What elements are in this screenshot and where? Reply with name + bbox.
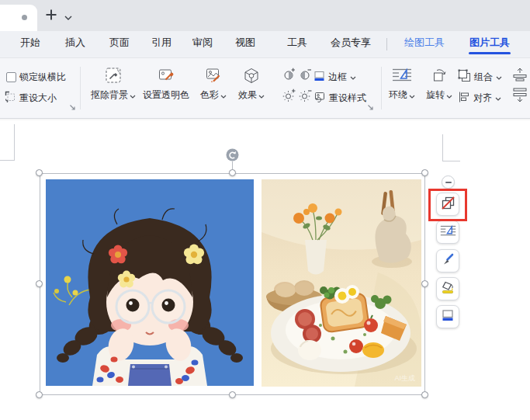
decrease-contrast-button[interactable]	[297, 68, 313, 83]
wrap-label: 环绕	[389, 89, 407, 102]
reset-style-label: 重设样式	[329, 92, 366, 105]
brightness-plus-icon	[282, 89, 296, 104]
chevron-down-icon	[130, 90, 136, 101]
contrast-plus-icon	[282, 68, 296, 83]
send-backward-button[interactable]	[510, 89, 530, 104]
wrap-text-icon	[392, 65, 412, 85]
arrow-up-layer-icon	[511, 68, 528, 84]
decrease-brightness-button[interactable]	[297, 89, 313, 104]
chevron-down-icon	[495, 92, 501, 103]
align-objects-icon	[458, 91, 470, 106]
reset-picture-icon	[313, 91, 326, 106]
group-objects-icon	[458, 69, 471, 85]
tab-review[interactable]: 审阅	[192, 31, 213, 54]
color-button[interactable]: 色彩	[194, 63, 233, 113]
resize-handle-bottom-left[interactable]	[36, 391, 43, 398]
resize-handle-middle-left[interactable]	[36, 280, 43, 287]
chevron-down-icon	[446, 90, 452, 101]
tab-list-button[interactable]	[63, 12, 74, 21]
bring-forward-button[interactable]	[510, 68, 530, 83]
resize-handle-top-middle[interactable]	[229, 169, 236, 176]
wrap-text-icon	[440, 224, 456, 241]
resize-handle-top-right[interactable]	[421, 169, 428, 176]
ribbon-tab-bar: 开始 插入 页面 引用 审阅 视图 工具 会员专享 绘图工具 图片工具	[0, 31, 530, 58]
align-button[interactable]: 对齐	[458, 89, 501, 107]
effects-label: 效果	[238, 89, 257, 102]
tab-tools[interactable]: 工具	[287, 31, 307, 54]
resize-handle-bottom-middle[interactable]	[229, 391, 236, 398]
unsaved-dot-icon	[22, 15, 27, 20]
tab-insert[interactable]: 插入	[65, 31, 85, 54]
tab-reference[interactable]: 引用	[151, 31, 171, 54]
chevron-down-icon	[496, 71, 502, 82]
selected-image-girl[interactable]	[46, 179, 254, 386]
plus-icon	[45, 9, 57, 24]
resize-handle-bottom-right[interactable]	[421, 391, 428, 398]
lock-aspect-ratio-label: 锁定纵横比	[19, 71, 66, 84]
border-style-button[interactable]	[436, 305, 459, 328]
tab-drawing-tools[interactable]: 绘图工具	[404, 31, 445, 54]
wrap-text-button[interactable]: 环绕	[383, 63, 421, 113]
ribbon-group-divider	[381, 67, 382, 109]
chevron-down-icon	[220, 90, 227, 101]
document-canvas[interactable]: AI生成	[0, 119, 530, 420]
color-label: 色彩	[200, 89, 219, 102]
rotation-handle[interactable]	[226, 148, 239, 161]
tab-divider	[386, 38, 387, 50]
tab-home[interactable]: 开始	[20, 31, 40, 54]
group-button[interactable]: 组合	[458, 68, 502, 86]
chevron-down-icon	[350, 71, 356, 82]
arrow-down-layer-icon	[511, 88, 528, 105]
paint-bucket-icon	[441, 280, 455, 297]
set-transparent-color-button[interactable]: 设置透明色	[140, 63, 192, 113]
magic-wand-icon	[105, 65, 122, 85]
reset-size-button[interactable]: 重设大小	[5, 89, 57, 107]
ai-watermark: AI生成	[394, 374, 415, 382]
active-tab-underline	[469, 52, 511, 54]
page-margin-mark-right	[442, 134, 460, 161]
set-transparent-color-label: 设置透明色	[143, 89, 189, 102]
dialog-launcher-icon[interactable]	[366, 103, 375, 112]
cube-3d-icon	[243, 65, 260, 85]
align-label: 对齐	[473, 92, 492, 105]
minus-icon	[445, 182, 452, 183]
picture-color-icon	[205, 65, 222, 85]
brightness-minus-icon	[299, 89, 312, 104]
square-blue-bottom-icon	[441, 308, 455, 325]
page-margin-mark-left	[0, 124, 15, 161]
rotate-icon	[431, 65, 448, 85]
group-label: 组合	[474, 71, 493, 84]
chevron-down-icon	[258, 90, 265, 101]
resize-handle-top-left[interactable]	[36, 169, 43, 176]
reset-size-label: 重设大小	[19, 92, 57, 105]
remove-background-button[interactable]: 抠除背景	[88, 63, 138, 113]
dialog-launcher-icon[interactable]	[68, 103, 77, 112]
highlight-annotation	[428, 189, 467, 221]
increase-brightness-button[interactable]	[281, 89, 296, 104]
style-brush-button[interactable]	[436, 249, 459, 272]
remove-background-label: 抠除背景	[91, 89, 128, 102]
resize-handle-middle-right[interactable]	[421, 280, 428, 287]
border-bottom-icon	[313, 70, 325, 84]
reset-style-button[interactable]: 重设样式	[313, 89, 366, 107]
rotate-button[interactable]: 旋转	[421, 63, 458, 113]
collapse-toolbar-button[interactable]	[442, 175, 455, 189]
checkbox-icon[interactable]	[6, 72, 16, 82]
tab-page[interactable]: 页面	[109, 31, 130, 54]
new-tab-button[interactable]	[43, 8, 60, 25]
wrap-layout-button[interactable]	[436, 220, 459, 244]
selected-image-breakfast[interactable]: AI生成	[262, 179, 421, 387]
window-tabbar	[0, 0, 530, 31]
resize-icon	[5, 91, 16, 105]
rotate-label: 旋转	[426, 89, 445, 102]
tab-picture-tools[interactable]: 图片工具	[469, 31, 510, 54]
lock-aspect-ratio-toggle[interactable]: 锁定纵横比	[6, 68, 66, 86]
effects-button[interactable]: 效果	[233, 63, 270, 113]
tab-view[interactable]: 视图	[235, 31, 255, 54]
increase-contrast-button[interactable]	[281, 68, 296, 83]
document-tab[interactable]	[0, 5, 37, 31]
ribbon: 锁定纵横比 重设大小 抠除背景 设置透明色 色彩	[0, 58, 530, 119]
fill-color-button[interactable]	[436, 277, 459, 300]
border-button[interactable]: 边框	[313, 68, 356, 86]
tab-member[interactable]: 会员专享	[331, 31, 371, 54]
